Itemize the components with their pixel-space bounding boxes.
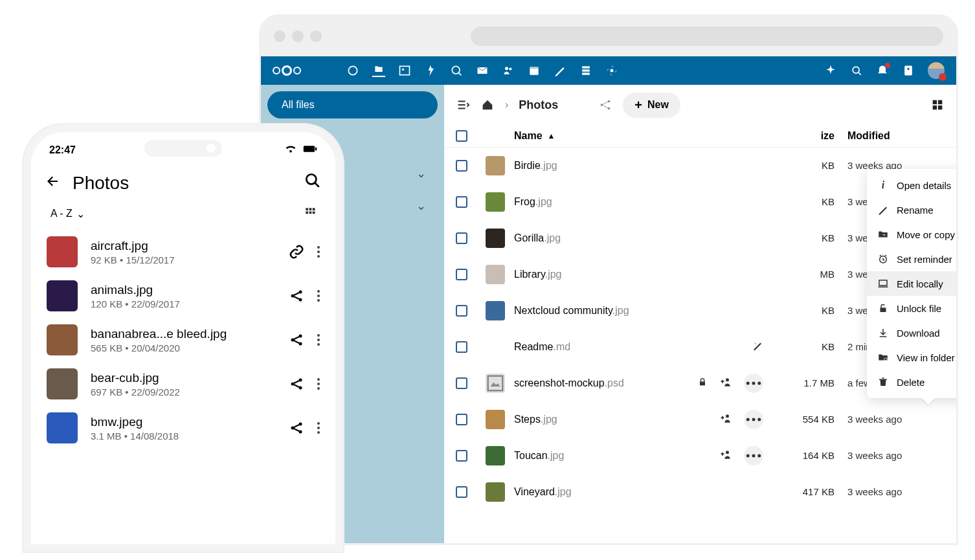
- context-menu-label: View in folder: [897, 352, 955, 363]
- grid-view-icon[interactable]: [304, 207, 316, 221]
- add-share-icon[interactable]: [719, 412, 732, 427]
- contacts-menu-icon[interactable]: [902, 64, 915, 77]
- calendar-icon[interactable]: [528, 64, 541, 77]
- row-checkbox[interactable]: [456, 160, 467, 172]
- toggle-sidebar-icon[interactable]: [456, 98, 470, 112]
- back-icon[interactable]: [45, 174, 61, 193]
- more-actions-icon[interactable]: [744, 374, 763, 393]
- share-icon[interactable]: [289, 332, 304, 348]
- share-icon[interactable]: [598, 98, 612, 112]
- svg-point-28: [757, 382, 761, 385]
- svg-point-2: [402, 69, 404, 71]
- file-name: Vineyard.jpg: [514, 486, 572, 498]
- row-checkbox[interactable]: [456, 341, 467, 353]
- notes-icon[interactable]: [554, 64, 566, 77]
- context-menu-item[interactable]: Move or copy: [867, 222, 958, 247]
- context-menu-label: Unlock file: [897, 303, 941, 314]
- row-checkbox[interactable]: [456, 269, 467, 280]
- mobile-file-row[interactable]: bananabrea...e bleed.jpg 565 KB • 20/04/…: [31, 318, 335, 362]
- file-thumbnail: [47, 236, 78, 267]
- context-menu-item[interactable]: Set reminder›: [867, 247, 958, 271]
- row-checkbox[interactable]: [456, 305, 467, 317]
- svg-point-43: [306, 174, 316, 184]
- deck-icon[interactable]: [579, 64, 592, 77]
- search-icon[interactable]: [304, 172, 321, 194]
- browser-url-bar[interactable]: [471, 27, 943, 46]
- mail-icon[interactable]: [476, 64, 489, 77]
- column-header-size[interactable]: ize: [770, 130, 835, 142]
- photos-icon[interactable]: [398, 64, 411, 77]
- column-header-name[interactable]: Name ▲: [514, 130, 770, 142]
- more-icon[interactable]: [317, 422, 320, 434]
- file-thumbnail: [486, 410, 505, 429]
- home-icon[interactable]: [480, 98, 495, 112]
- file-size: KB: [822, 232, 835, 243]
- nextcloud-logo[interactable]: [273, 65, 301, 76]
- contacts-icon[interactable]: [502, 64, 515, 77]
- folder-open-icon: [877, 352, 889, 363]
- context-menu-item[interactable]: iOpen details: [867, 173, 958, 197]
- link-icon[interactable]: [289, 244, 304, 260]
- dashboard-icon[interactable]: [346, 64, 359, 77]
- add-share-icon[interactable]: [719, 375, 732, 391]
- context-menu-item[interactable]: Unlock file: [867, 296, 958, 320]
- mobile-file-row[interactable]: aircraft.jpg 92 KB • 15/12/2017: [31, 230, 335, 274]
- row-checkbox[interactable]: [456, 196, 467, 208]
- file-thumbnail: [47, 280, 78, 311]
- window-control-dot[interactable]: [310, 30, 322, 42]
- context-menu-item[interactable]: Delete: [867, 370, 958, 394]
- svg-point-12: [611, 69, 614, 73]
- share-icon[interactable]: [289, 376, 304, 392]
- file-row[interactable]: Steps.jpg 554 KB 3 weeks ago: [444, 401, 956, 438]
- sidebar-item-all-files[interactable]: All files: [267, 91, 438, 118]
- file-name: bmw.jpeg: [91, 415, 276, 429]
- unified-search-icon[interactable]: [850, 64, 863, 77]
- trash-icon: [877, 376, 889, 388]
- user-avatar[interactable]: [928, 62, 945, 79]
- more-icon[interactable]: [317, 246, 320, 258]
- activity-icon[interactable]: [424, 64, 437, 77]
- file-meta: 697 KB • 22/09/2022: [91, 386, 276, 398]
- wifi-icon: [284, 144, 298, 157]
- new-button[interactable]: + New: [623, 93, 680, 118]
- notifications-icon[interactable]: [876, 64, 889, 77]
- svg-rect-41: [304, 146, 315, 151]
- window-control-dot[interactable]: [292, 30, 304, 42]
- row-checkbox[interactable]: [456, 232, 467, 244]
- mobile-file-row[interactable]: bmw.jpeg 3.1 MB • 14/08/2018: [31, 406, 335, 450]
- mobile-file-row[interactable]: bear-cub.jpg 697 KB • 22/09/2022: [31, 362, 335, 406]
- select-all-checkbox[interactable]: [456, 130, 467, 142]
- more-actions-icon[interactable]: [744, 410, 763, 429]
- row-checkbox[interactable]: [456, 450, 467, 462]
- more-icon[interactable]: [317, 378, 320, 390]
- more-icon[interactable]: [317, 290, 320, 302]
- file-row[interactable]: Toucan.jpg 164 KB 3 weeks ago: [444, 438, 956, 474]
- window-control-dot[interactable]: [274, 30, 286, 42]
- talk-icon[interactable]: [450, 64, 463, 77]
- more-actions-icon[interactable]: [744, 446, 763, 465]
- file-size: 1.7 MB: [803, 377, 835, 388]
- context-menu-item[interactable]: Edit locally: [867, 271, 958, 296]
- apps-more-icon[interactable]: [605, 64, 618, 77]
- context-menu-item[interactable]: View in folder: [867, 345, 958, 370]
- row-checkbox[interactable]: [456, 486, 467, 498]
- view-grid-toggle[interactable]: [930, 98, 945, 112]
- file-row[interactable]: Vineyard.jpg 417 KB 3 weeks ago: [444, 474, 956, 510]
- share-icon[interactable]: [289, 420, 304, 436]
- mobile-file-row[interactable]: animals.jpg 120 KB • 22/09/2017: [31, 274, 335, 318]
- share-icon[interactable]: [289, 288, 304, 304]
- row-checkbox[interactable]: [456, 377, 467, 389]
- assistant-icon[interactable]: [824, 64, 837, 77]
- browser-window: All files s⌄ ⌄ storage files › Photos + …: [259, 14, 958, 545]
- more-icon[interactable]: [317, 334, 320, 346]
- phone-notch: [144, 140, 222, 157]
- svg-point-36: [757, 454, 761, 458]
- files-icon[interactable]: [372, 64, 385, 77]
- column-header-modified[interactable]: Modified: [835, 130, 945, 142]
- breadcrumb-current[interactable]: Photos: [519, 98, 558, 112]
- context-menu-item[interactable]: Download: [867, 320, 958, 345]
- row-checkbox[interactable]: [456, 414, 467, 425]
- add-share-icon[interactable]: [719, 448, 732, 464]
- sort-dropdown[interactable]: A - Z ⌄: [50, 208, 85, 220]
- context-menu-item[interactable]: Rename: [867, 197, 958, 222]
